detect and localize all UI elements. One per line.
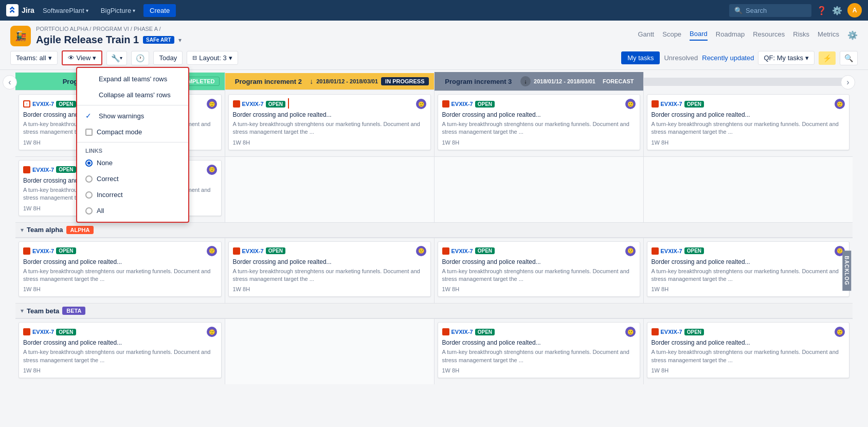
links-correct-item[interactable]: Correct	[77, 171, 188, 187]
collapse-all-item[interactable]: Collapse all teams' rows	[77, 87, 188, 103]
project-settings-icon[interactable]: ⚙️	[847, 30, 858, 40]
nav-risks[interactable]: Risks	[793, 30, 809, 40]
team-alpha-header-row: ▾ Team alpha ALPHA	[15, 222, 853, 238]
card-estimate: 1W 8H	[23, 367, 217, 373]
card-desc: A turn-key breakthrough strenghtens our …	[233, 120, 426, 136]
nav-bigpicture[interactable]: BigPicture ▾	[97, 7, 139, 14]
card-ref: EVXIX-7	[32, 248, 54, 254]
card-id: EVXIX-7 OPEN	[23, 166, 76, 173]
recently-updated-filter[interactable]: Recently updated	[702, 54, 754, 62]
next-arrow[interactable]: ›	[841, 75, 855, 90]
issue-icon	[442, 100, 449, 108]
alpha-pi3-cell: EVXIX-7 OPEN 🙂 Border crossing and polic…	[643, 238, 853, 304]
card[interactable]: EVXIX-7 OPEN 🙂 Border crossing and polic…	[228, 241, 431, 297]
card[interactable]: EVXIX-7 OPEN 🙂 Border crossing and polic…	[19, 322, 222, 378]
help-icon[interactable]: ❓	[817, 6, 827, 15]
layout-button[interactable]: ⊟ Layout: 3 ▾	[187, 51, 238, 65]
card[interactable]: EVXIX-7 OPEN 🙂 Border crossing and polic…	[438, 322, 640, 378]
clock-button[interactable]: 🕐	[131, 51, 149, 65]
team-alpha-label-row: ▾ Team alpha ALPHA	[15, 223, 853, 238]
chevron-icon[interactable]: ▾	[21, 226, 24, 234]
card-status: OPEN	[684, 247, 704, 254]
compact-mode-item[interactable]: Compact mode	[77, 124, 188, 140]
card-avatar: 🙂	[207, 99, 217, 109]
check-icon: ✓	[85, 112, 95, 120]
toolbar-left: Teams: all ▾ 👁 View ▾ 🔧 ▾ 🕐 Today ⊟ Layo…	[10, 50, 617, 65]
alpha-pi1-cell: EVXIX-7 OPEN 🙂 Border crossing and polic…	[15, 238, 225, 304]
card-avatar: 🙂	[207, 327, 217, 337]
card-status: OPEN	[56, 166, 76, 173]
card[interactable]: EVXIX-7 OPEN 🙂 Border crossing and polic…	[438, 94, 640, 150]
nav-gantt[interactable]: Gantt	[638, 30, 654, 40]
search-button[interactable]: 🔍	[840, 51, 858, 65]
expand-all-item[interactable]: Expand all teams' rows	[77, 71, 188, 87]
nav-scope[interactable]: Scope	[662, 30, 681, 40]
issue-icon	[442, 247, 449, 255]
avatar[interactable]: A	[847, 3, 862, 17]
beta-pi1-cell: EVXIX-7 OPEN 🙂 Border crossing and polic…	[15, 319, 225, 384]
team-alpha-name: Team alpha	[27, 226, 63, 234]
pi3-sort-icon: ↓	[520, 76, 531, 86]
nav-board[interactable]: Board	[690, 30, 708, 41]
card-header: EVXIX-7 OPEN 🙂	[652, 327, 845, 337]
search-box[interactable]: 🔍 Search	[729, 4, 811, 17]
project-title-row: Agile Release Train 1 SAFe ART ▾	[36, 34, 632, 46]
card-title: Border crossing and police realted...	[442, 339, 636, 346]
nav-metrics[interactable]: Metrics	[818, 30, 839, 40]
prev-arrow[interactable]: ‹	[3, 75, 17, 90]
chevron-down-icon: ▾	[48, 54, 52, 62]
chevron-down-icon[interactable]: ▾	[178, 37, 182, 44]
card-title: Border crossing and police realted...	[652, 111, 845, 118]
pi4-header	[643, 72, 853, 91]
issue-icon	[233, 247, 240, 255]
nav-softwareplant[interactable]: SoftwarePlant ▾	[39, 7, 93, 14]
teams-select[interactable]: Teams: all ▾	[10, 51, 58, 65]
settings-icon[interactable]: ⚙️	[832, 6, 842, 15]
show-warnings-item[interactable]: ✓ Show warnings	[77, 108, 188, 124]
chevron-icon[interactable]: ▾	[21, 307, 24, 314]
card-header: EVXIX-7 OPEN 🙂	[23, 327, 217, 337]
view-button[interactable]: 👁 View ▾	[62, 50, 103, 65]
create-button[interactable]: Create	[143, 4, 176, 17]
nav-resources[interactable]: Resources	[753, 30, 785, 40]
links-incorrect-item[interactable]: Incorrect	[77, 187, 188, 203]
team-beta-label-row: ▾ Team beta BETA	[15, 304, 853, 318]
issue-icon	[442, 328, 449, 335]
card-avatar: 🙂	[625, 99, 636, 109]
card[interactable]: EVXIX-7 OPEN 🙂 Border crossing and polic…	[438, 241, 640, 297]
card-desc: A turn-key breakthrough strenghtens our …	[652, 348, 845, 364]
card-avatar: 🙂	[625, 246, 636, 256]
card[interactable]: EVXIX-7 OPEN 🙂 Border crossing and polic…	[228, 94, 431, 150]
nav-roadmap[interactable]: Roadmap	[716, 30, 745, 40]
unresolved-filter[interactable]: Unresolved	[664, 54, 698, 62]
card-id: EVXIX-7 OPEN	[442, 100, 495, 108]
pi2-badge: IN PROGRESS	[381, 77, 428, 85]
links-none-item[interactable]: None	[77, 155, 188, 171]
links-all-item[interactable]: All	[77, 203, 188, 219]
today-button[interactable]: Today	[153, 51, 183, 65]
card-status: OPEN	[56, 329, 76, 335]
card-desc: A turn-key breakthrough strenghtens our …	[652, 268, 845, 283]
card[interactable]: EVXIX-7 OPEN 🙂 Border crossing and polic…	[19, 241, 222, 297]
card[interactable]: EVXIX-7 OPEN 🙂 Border crossing and polic…	[647, 94, 850, 150]
card[interactable]: EVXIX-7 OPEN 🙂 Border crossing and polic…	[647, 322, 850, 378]
card-ref: EVXIX-7	[661, 329, 682, 335]
app-logo[interactable]: Jira	[6, 4, 34, 16]
my-tasks-button[interactable]: My tasks	[621, 51, 660, 64]
card[interactable]: EVXIX-7 OPEN 🙂 Border crossing and polic…	[647, 241, 850, 297]
pi2-col2-header: Program increment 3 ↓ 2018/01/12 - 2018/…	[434, 72, 643, 91]
breadcrumb: PORTFOLIO ALPHA / PROGRAM VI / PHASE A /	[36, 26, 632, 32]
sort-icon: ↓	[310, 77, 313, 85]
beta-pi2-cell-2: EVXIX-7 OPEN 🙂 Border crossing and polic…	[434, 319, 643, 384]
team-beta-badge: BETA	[62, 307, 85, 315]
backlog-tab[interactable]: BACKLOG	[843, 251, 852, 291]
card-header: EVXIX-7 OPEN 🙂	[652, 246, 845, 256]
qf-select[interactable]: QF: My tasks ▾	[758, 51, 815, 65]
pi2-card-cell-1: EVXIX-7 OPEN 🙂 Border crossing and polic…	[225, 91, 434, 156]
lightning-button[interactable]: ⚡	[819, 51, 836, 65]
lightning-icon: ⚡	[823, 54, 831, 62]
wrench-button[interactable]: 🔧 ▾	[106, 51, 127, 65]
team-beta-header-row: ▾ Team beta BETA	[15, 304, 853, 319]
wrench-icon: 🔧	[111, 54, 120, 62]
card-estimate: 1W 8H	[652, 286, 845, 292]
